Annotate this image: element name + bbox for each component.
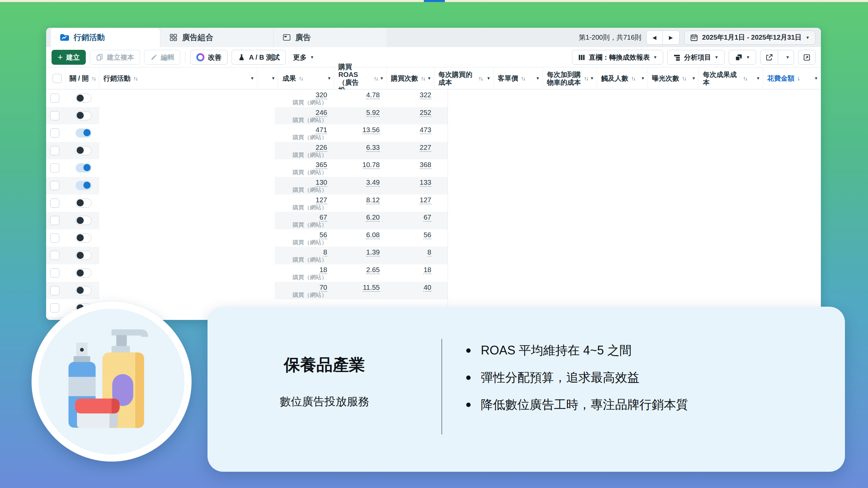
campaign-toggle[interactable] <box>76 181 92 190</box>
bullet-text: 降低數位廣告工時，專注品牌行銷本質 <box>481 397 688 412</box>
bullet-dot-icon <box>466 375 471 380</box>
row-checkbox[interactable] <box>50 163 59 172</box>
result-type-label: 購買（網站） <box>278 187 327 194</box>
metric-value: 3.49 <box>366 178 380 187</box>
row-checkbox[interactable] <box>50 286 59 295</box>
column-header-reach[interactable]: 觸及人數↑↓▼ <box>597 67 648 89</box>
row-checkbox[interactable] <box>50 233 59 243</box>
column-menu-caret[interactable]: ▼ <box>534 75 540 82</box>
campaign-toggle[interactable] <box>76 163 92 172</box>
date-range-picker[interactable]: 2025年1月1日 - 2025年12月31日 ▼ <box>684 30 815 45</box>
sort-arrows-icon[interactable]: ↑↓ <box>584 75 588 82</box>
tab-ads[interactable]: 廣告 <box>273 28 387 47</box>
export-button[interactable] <box>761 50 778 64</box>
campaign-toggle[interactable] <box>76 233 92 243</box>
next-page-button[interactable]: ▶ <box>663 31 679 44</box>
column-header-toggle[interactable]: 關 / 開↑↓ <box>65 67 99 89</box>
results-cell: 365購買（網站） <box>278 159 327 176</box>
row-checkbox[interactable] <box>50 268 59 278</box>
metric-value: 473 <box>420 126 431 134</box>
campaign-toggle[interactable] <box>76 199 92 208</box>
sort-arrows-icon[interactable]: ↑↓ <box>421 75 425 82</box>
sort-arrows-icon[interactable]: ↓ <box>797 75 800 82</box>
column-header-cost-per-add-to-cart[interactable]: 每次加到購物車的成本↑↓▼ <box>542 67 597 89</box>
sort-arrows-icon[interactable]: ↑↓ <box>743 75 747 82</box>
chevron-down-icon: ▼ <box>786 55 790 60</box>
row-checkbox[interactable] <box>50 128 59 138</box>
column-header-cost-per-purchase[interactable]: 每次購買的成本↑↓▼ <box>434 67 493 89</box>
column-menu-caret[interactable]: ▼ <box>639 75 645 82</box>
column-menu-caret[interactable]: ▼ <box>485 75 491 82</box>
metric-value: 133 <box>420 178 431 187</box>
campaign-toggle[interactable] <box>76 128 92 138</box>
column-menu-caret[interactable]: ▼ <box>588 75 594 82</box>
more-button[interactable]: 更多 ▼ <box>290 50 318 65</box>
reports-button[interactable]: ▼ <box>729 50 756 65</box>
breakdown-button[interactable]: 分析項目 ▼ <box>667 50 725 65</box>
roas-value: 1.39 <box>334 247 380 256</box>
campaign-toggle[interactable] <box>76 94 92 103</box>
create-button[interactable]: + 建立 <box>52 50 86 65</box>
export-options-button[interactable]: ▼ <box>782 50 794 64</box>
sort-arrows-icon[interactable]: ↑↓ <box>521 75 525 82</box>
campaign-toggle[interactable] <box>76 146 92 155</box>
sort-arrows-icon[interactable]: ↑↓ <box>682 75 686 82</box>
sort-arrows-icon[interactable]: ↑↓ <box>133 75 137 82</box>
tab-ad-sets[interactable]: 廣告組合 <box>160 28 273 47</box>
duplicate-button[interactable]: 建立複本 <box>90 50 140 65</box>
campaign-toggle[interactable] <box>76 216 92 225</box>
metric-value: 18 <box>319 266 327 274</box>
row-checkbox[interactable] <box>50 251 59 260</box>
column-menu-caret[interactable]: ▼ <box>269 75 275 82</box>
campaign-toggle[interactable] <box>76 268 92 278</box>
sort-arrows-icon[interactable]: ↑↓ <box>92 75 96 82</box>
row-checkbox[interactable] <box>50 199 59 208</box>
sort-arrows-icon[interactable]: ↑↓ <box>374 75 378 82</box>
row-checkbox[interactable] <box>50 216 59 225</box>
campaign-toggle[interactable] <box>76 251 92 260</box>
select-all-checkbox[interactable] <box>53 74 62 83</box>
purchases-value: 56 <box>387 229 431 239</box>
chevron-down-icon: ▼ <box>310 55 314 60</box>
column-header-cost-per-result[interactable]: 每次成果成本↑↓▼ <box>698 67 763 89</box>
improve-button[interactable]: 改善 <box>190 50 228 65</box>
campaign-toggle[interactable] <box>76 111 92 120</box>
column-menu-caret[interactable]: ▼ <box>378 75 384 82</box>
edit-button[interactable]: 編輯 <box>144 50 180 65</box>
row-checkbox[interactable] <box>50 181 59 190</box>
columns-button[interactable]: 直欄：轉換成效報表 ▼ <box>572 50 663 65</box>
purchases-value: 8 <box>387 247 431 256</box>
column-header-impressions[interactable]: 曝光次數↑↓▼ <box>648 67 698 89</box>
column-menu-caret[interactable]: ▼ <box>754 75 760 82</box>
column-menu-caret[interactable]: ▼ <box>248 75 254 82</box>
row-checkbox[interactable] <box>50 111 59 120</box>
prev-page-button[interactable]: ◀ <box>647 31 663 44</box>
column-header-spend[interactable]: 花費金額↓▼ <box>763 67 821 89</box>
column-menu-caret[interactable]: ▼ <box>325 75 331 82</box>
toggle-knob <box>77 252 84 259</box>
tab-campaigns[interactable]: 行銷活動 <box>51 28 160 47</box>
campaign-toggle[interactable] <box>76 286 92 295</box>
column-menu-caret[interactable]: ▼ <box>690 75 696 82</box>
chevron-down-icon: ▼ <box>714 55 718 60</box>
ab-test-label: A / B 測試 <box>249 53 279 62</box>
cosmetics-badge <box>32 302 192 462</box>
row-checkbox[interactable] <box>50 94 59 103</box>
column-header-campaign[interactable]: 行銷活動↑↓▼ <box>99 67 257 89</box>
sort-arrows-icon[interactable]: ↑↓ <box>299 75 303 82</box>
column-header-avg-order-value[interactable]: 客單價↑↓▼ <box>493 67 542 89</box>
column-header-purchases[interactable]: 購買次數↑↓▼ <box>387 67 434 89</box>
column-label: 客單價 <box>498 75 518 82</box>
ab-test-button[interactable]: A / B 測試 <box>232 50 285 65</box>
column-header-results[interactable]: 成果↑↓▼ <box>278 67 334 89</box>
expand-button[interactable] <box>798 50 815 65</box>
purchases-value: 322 <box>387 89 431 99</box>
column-menu-caret[interactable]: ▼ <box>425 75 431 82</box>
column-header-select[interactable] <box>47 67 65 89</box>
row-checkbox[interactable] <box>50 146 59 155</box>
sort-arrows-icon[interactable]: ↑↓ <box>631 75 635 82</box>
column-header-roas[interactable]: 購買 ROAS（廣告投...↑↓▼ <box>334 67 387 89</box>
sort-arrows-icon[interactable]: ↑↓ <box>478 75 482 82</box>
column-menu-caret[interactable]: ▼ <box>812 75 818 82</box>
column-header-preview[interactable]: ▼ <box>257 67 278 89</box>
